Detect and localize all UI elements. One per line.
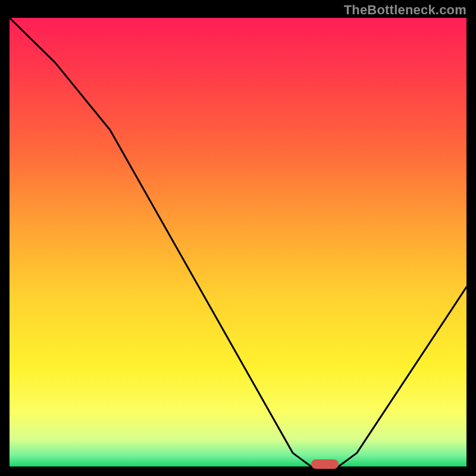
chart-svg — [10, 18, 466, 466]
optimal-marker — [311, 459, 339, 468]
chart-frame — [10, 18, 466, 466]
chart-background — [10, 18, 466, 466]
watermark-label: TheBottleneck.com — [344, 2, 466, 18]
